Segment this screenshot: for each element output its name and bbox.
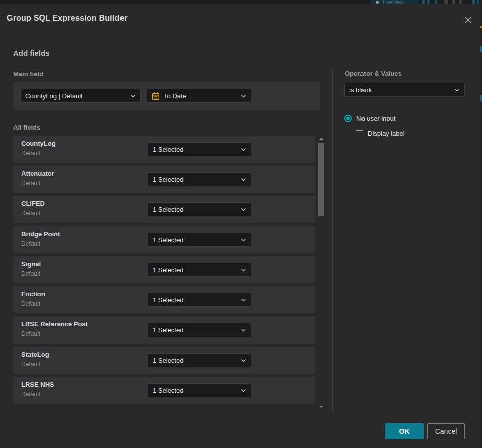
background-icon-fragment [444,0,448,4]
checkbox-icon [356,130,363,137]
title-separator [0,32,482,32]
field-selected-dropdown[interactable]: 1 Selected [148,172,251,186]
no-user-input-radio[interactable]: No user input [344,115,395,122]
field-name: CLIFED [21,200,45,207]
scroll-down-icon[interactable] [319,406,323,408]
background-right-strip [480,0,482,448]
field-selected-dropdown-value: 1 Selected [153,266,237,274]
background-icon-fragment [427,0,430,4]
operator-values-label: Operator & Values [345,70,402,77]
field-subtitle: Default [21,240,40,247]
operator-select[interactable]: is blank [344,83,465,97]
background-icon-fragment [422,0,425,4]
field-row: CLIFED Default 1 Selected [13,196,315,223]
background-icon-fragment [477,0,479,4]
background-fragment [480,46,482,52]
chevron-down-icon [240,238,246,242]
chevron-down-icon [240,148,246,151]
field-name: LRSE Reference Post [21,320,88,328]
field-name: LRSE NHS [21,381,54,388]
background-fragment [480,95,482,101]
field-selected-dropdown-value: 1 Selected [153,296,237,304]
ok-button[interactable]: OK [385,423,424,439]
field-name: CountyLog [21,140,56,147]
field-selected-dropdown[interactable]: 1 Selected [148,293,251,307]
background-icon-fragment [459,0,462,4]
panel-divider [332,70,333,412]
field-selected-dropdown-value: 1 Selected [153,206,237,213]
main-field-label: Main field [13,70,43,78]
field-selected-dropdown-value: 1 Selected [153,236,237,244]
chevron-down-icon [130,94,136,98]
chevron-down-icon [240,328,246,332]
chevron-down-icon [240,268,246,272]
add-fields-heading: Add fields [13,49,50,57]
chevron-down-icon [240,389,246,392]
screen: Live view Group SQL Expression Builder A… [0,0,482,448]
field-selected-dropdown[interactable]: 1 Selected [148,202,251,216]
scroll-up-icon[interactable] [319,138,323,140]
field-selected-dropdown-value: 1 Selected [153,357,237,364]
field-subtitle: Default [21,300,40,307]
field-row: Friction Default 1 Selected [13,286,315,313]
field-subtitle: Default [21,180,40,187]
field-selected-dropdown[interactable]: 1 Selected [148,263,251,277]
field-subtitle: Default [21,330,40,338]
toggle-knob [376,1,379,4]
radio-icon [344,115,352,122]
chevron-down-icon [240,94,246,98]
field-subtitle: Default [21,391,40,398]
background-icon-fragment [435,0,437,4]
field-name: Bridge Point [21,230,60,238]
display-label-checkbox[interactable]: Display label [356,130,405,137]
field-type-select-value: To Date [164,92,237,100]
cancel-button[interactable]: Cancel [427,423,465,439]
field-selected-dropdown-value: 1 Selected [153,146,237,153]
field-row: StateLog Default 1 Selected [13,347,315,374]
chevron-down-icon [240,359,246,362]
field-row: CountyLog Default 1 Selected [13,136,315,163]
display-label-text: Display label [368,130,405,137]
list-scrollbar[interactable] [318,136,325,410]
field-row: Bridge Point Default 1 Selected [13,226,315,253]
all-fields-label: All fields [13,124,40,131]
field-row: LRSE NHS Default 1 Selected [13,377,315,404]
field-subtitle: Default [21,270,40,277]
field-row: LRSE Reference Post Default 1 Selected [13,316,315,344]
background-icon-fragment [452,0,455,4]
field-selected-dropdown-value: 1 Selected [153,326,237,334]
field-name: Attenuator [21,170,54,177]
dialog-title: Group SQL Expression Builder [7,14,128,23]
field-selected-dropdown[interactable]: 1 Selected [148,353,251,367]
all-fields-list: CountyLog Default 1 Selected Attenuator … [13,136,315,407]
background-icon-fragment [472,0,475,4]
field-selected-dropdown-value: 1 Selected [153,176,237,183]
calendar-icon [152,92,160,100]
main-field-select[interactable]: CountyLog | Default [20,89,141,103]
live-view-toggle[interactable]: Live view [371,0,419,4]
scrollbar-thumb[interactable] [318,143,324,216]
close-icon [464,16,472,24]
no-user-input-label: No user input [356,115,395,122]
field-type-select[interactable]: To Date [147,89,251,103]
field-subtitle: Default [21,210,40,217]
field-subtitle: Default [21,361,40,368]
chevron-down-icon [240,208,246,211]
main-field-select-value: CountyLog | Default [25,92,127,100]
background-fragment [480,26,482,28]
chevron-down-icon [454,88,460,92]
field-selected-dropdown[interactable]: 1 Selected [148,233,251,247]
field-name: StateLog [21,351,49,358]
operator-select-value: is blank [349,86,451,94]
field-name: Friction [21,290,45,298]
background-toolbar-strip: Live view [0,0,482,4]
close-button[interactable] [462,14,474,25]
field-selected-dropdown[interactable]: 1 Selected [148,323,251,337]
field-selected-dropdown[interactable]: 1 Selected [148,142,251,156]
field-selected-dropdown[interactable]: 1 Selected [148,383,251,397]
field-subtitle: Default [21,150,40,157]
field-row: Attenuator Default 1 Selected [13,166,315,193]
chevron-down-icon [240,178,246,181]
chevron-down-icon [240,298,246,302]
field-selected-dropdown-value: 1 Selected [153,387,237,394]
